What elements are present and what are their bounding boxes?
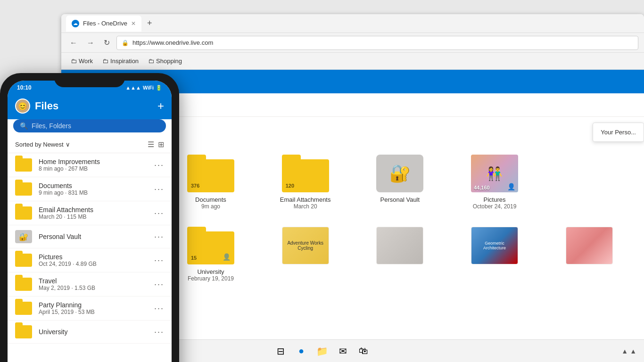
pictures-shared-icon: 👤 <box>507 183 515 190</box>
user-avatar[interactable]: 😊 <box>15 99 30 114</box>
tab-close-button[interactable]: ✕ <box>131 20 136 27</box>
list-item[interactable]: Home Improvements 8 min ago · 267 MB ··· <box>8 153 172 177</box>
folder-icon: 120 <box>282 155 329 192</box>
search-icon: 🔍 <box>20 122 28 130</box>
address-bar[interactable]: 🔒 https://www.onedrive.live.com <box>116 36 638 50</box>
folder-name: Email Attachments <box>280 196 331 203</box>
list-item[interactable]: University ··· <box>8 321 172 344</box>
bookmark-shopping-label: Shopping <box>156 58 182 65</box>
doc-thumb: Adventure Works Cycling <box>282 227 329 264</box>
folder-personal-vault[interactable]: 🔐 Personal Vault <box>356 151 444 214</box>
new-tab-button[interactable]: + <box>143 18 156 28</box>
more-options-button[interactable]: ··· <box>154 280 164 289</box>
file-name: Documents <box>39 182 154 189</box>
file-meta: March 20 · 115 MB <box>39 214 154 220</box>
phone-header: 😊 Files + <box>8 95 172 119</box>
file-meta: April 15, 2019 · 53 MB <box>39 309 154 315</box>
pictures-count: 44,160 <box>474 185 490 190</box>
vault-symbol: 🔐 <box>389 164 411 183</box>
folder-date: 9m ago <box>201 203 220 210</box>
sort-label-text: Sorted by Newest <box>15 141 64 148</box>
folder-pictures[interactable]: 👫 44,160 👤 Pictures October 24, 2019 <box>451 151 538 214</box>
more-options-button[interactable]: ··· <box>154 160 164 170</box>
chevron-up-icon[interactable]: ▲ <box>621 347 628 355</box>
folder-date: March 20 <box>294 203 317 210</box>
more-options-button[interactable]: ··· <box>154 327 164 337</box>
more-options-button[interactable]: ··· <box>154 208 164 218</box>
bookmark-folder-icon-3: 🗀 <box>148 58 154 65</box>
taskbar-right: ▲ ▲ <box>621 347 636 355</box>
bookmark-shopping[interactable]: 🗀 Shopping <box>144 56 186 66</box>
folder-icon <box>15 278 32 291</box>
more-options-button[interactable]: ··· <box>154 184 164 194</box>
bookmark-folder-icon-2: 🗀 <box>102 58 108 65</box>
taskbar-icon-mail[interactable]: ✉ <box>333 342 352 361</box>
taskbar-icon-store[interactable]: 🛍 <box>354 342 373 361</box>
folder-body: 120 <box>282 159 329 192</box>
file-meta: 9 min ago · 831 MB <box>39 189 154 196</box>
bookmarks-bar: 🗀 Work 🗀 Inspiration 🗀 Shopping <box>61 53 644 70</box>
chevron-down-icon[interactable]: ▲ <box>630 347 636 355</box>
list-item[interactable]: Email Attachments March 20 · 115 MB ··· <box>8 201 172 225</box>
more-options-button[interactable]: ··· <box>154 255 164 265</box>
folder-email-attachments[interactable]: 120 Email Attachments March 20 <box>262 151 349 214</box>
back-button[interactable]: ← <box>67 37 80 49</box>
phone-screen: 10:10 ▲▲▲ WiFi 🔋 😊 Files + 🔍 Files, Fold… <box>8 81 172 362</box>
list-item[interactable]: Pictures Oct 24, 2019 · 4.89 GB ··· <box>8 248 172 272</box>
refresh-button[interactable]: ↻ <box>101 36 113 49</box>
phone-file-list: Home Improvements 8 min ago · 267 MB ···… <box>8 153 172 344</box>
folder-name: Personal Vault <box>380 196 420 203</box>
file-name: Personal Vault <box>39 233 154 240</box>
bookmark-inspiration[interactable]: 🗀 Inspiration <box>99 56 142 66</box>
list-view-icon[interactable]: ☰ <box>148 140 154 149</box>
taskbar-icon-explorer[interactable]: 📁 <box>313 342 331 361</box>
more-options-button[interactable]: ··· <box>154 304 164 313</box>
doc-thumb <box>376 227 423 264</box>
file-meta: 8 min ago · 267 MB <box>39 165 154 172</box>
more-options-button[interactable]: ··· <box>154 232 164 242</box>
folder-count: 376 <box>191 183 199 189</box>
doc-thumbnail-1[interactable]: Adventure Works Cycling <box>262 223 349 286</box>
phone-frame: 10:10 ▲▲▲ WiFi 🔋 😊 Files + 🔍 Files, Fold… <box>0 73 179 362</box>
browser-titlebar: ☁ Files - OneDrive ✕ + <box>61 14 644 33</box>
tab-title: Files - OneDrive <box>83 20 127 27</box>
taskbar-icon-edge[interactable]: ● <box>292 342 311 361</box>
phone-app-title: Files <box>35 100 58 112</box>
status-icons: ▲▲▲ WiFi 🔋 <box>125 85 162 91</box>
file-meta: Oct 24, 2019 · 4.89 GB <box>39 261 154 267</box>
doc-thumb <box>566 227 613 264</box>
add-button[interactable]: + <box>157 99 164 113</box>
active-tab[interactable]: ☁ Files - OneDrive ✕ <box>66 16 141 32</box>
file-name: Home Improvements <box>39 158 154 165</box>
folder-icon <box>15 254 32 267</box>
phone-sort-bar: Sorted by Newest ∨ ☰ ⊞ <box>8 136 172 153</box>
file-info: University <box>39 328 154 336</box>
vault-icon: 🔐 <box>15 230 32 243</box>
sort-label[interactable]: Sorted by Newest ∨ <box>15 141 70 148</box>
phone-search-bar[interactable]: 🔍 Files, Folders <box>13 119 166 132</box>
forward-button[interactable]: → <box>84 37 97 49</box>
wifi-icon: WiFi <box>143 85 154 90</box>
file-name: University <box>39 328 154 336</box>
bookmark-work[interactable]: 🗀 Work <box>67 56 97 66</box>
list-item[interactable]: 🔐 Personal Vault ··· <box>8 225 172 248</box>
list-item[interactable]: Travel May 2, 2019 · 1.53 GB ··· <box>8 272 172 296</box>
grid-view-icon[interactable]: ⊞ <box>158 140 164 149</box>
file-info: Travel May 2, 2019 · 1.53 GB <box>39 277 154 291</box>
list-item[interactable]: Documents 9 min ago · 831 MB ··· <box>8 177 172 201</box>
folder-name: University <box>197 268 224 275</box>
doc-thumbnail-2[interactable] <box>356 223 444 286</box>
file-info: Email Attachments March 20 · 115 MB <box>39 206 154 220</box>
folder-icon: 376 <box>187 155 234 192</box>
doc-thumbnail-3[interactable]: Geometric Architecture <box>451 223 538 286</box>
folder-icon <box>15 182 32 196</box>
folder-count: 15 <box>191 255 197 261</box>
pictures-icon: 👫 44,160 👤 <box>471 155 518 192</box>
file-name: Travel <box>39 277 154 285</box>
folder-icon <box>15 206 32 220</box>
folder-name: Documents <box>195 196 226 203</box>
file-meta: May 2, 2019 · 1.53 GB <box>39 285 154 291</box>
taskbar-icon-snap[interactable]: ⊟ <box>271 342 290 361</box>
list-item[interactable]: Party Planning April 15, 2019 · 53 MB ··… <box>8 296 172 321</box>
doc-thumbnail-4[interactable] <box>545 223 633 286</box>
